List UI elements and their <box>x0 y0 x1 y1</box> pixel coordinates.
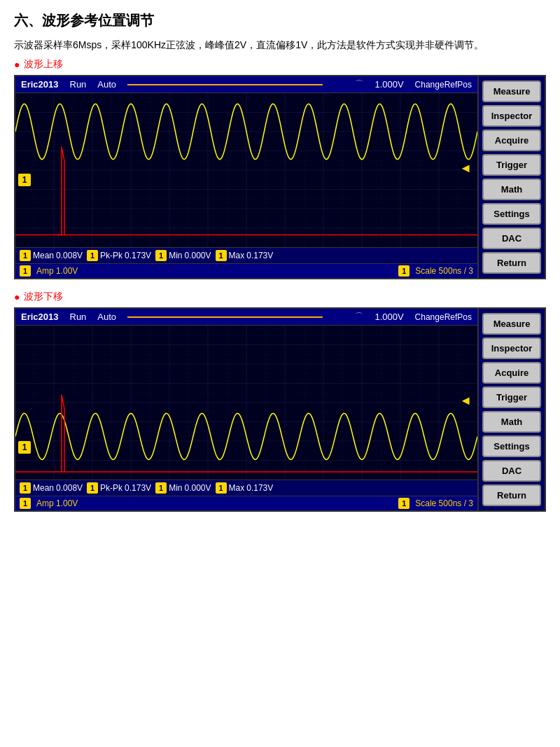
osc1-change-ref: ChangeRefPos <box>415 80 472 90</box>
osc2-channel-marker: 1 <box>18 441 31 454</box>
osc2-btn-inspector[interactable]: Inspector <box>482 337 541 359</box>
osc2-stat-max: 1 Max 0.173V <box>216 482 274 494</box>
oscilloscope-1: Eric2013 Run Auto ⌒ 1.000V ChangeRefPos … <box>14 75 546 279</box>
osc1-left: Eric2013 Run Auto ⌒ 1.000V ChangeRefPos … <box>15 76 477 278</box>
osc1-trigger-bar <box>127 84 323 85</box>
osc1-canvas <box>15 93 477 247</box>
osc1-auto: Auto <box>97 79 116 90</box>
osc2-header: Eric2013 Run Auto ⌒ 1.000V ChangeRefPos <box>15 309 477 326</box>
osc2-stat-min: 1 Min 0.000V <box>155 482 211 494</box>
osc2-arrow-right: ◄ <box>459 393 472 408</box>
osc1-trigger-symbol: ⌒ <box>355 78 363 90</box>
osc2-trigger-symbol: ⌒ <box>355 311 363 323</box>
osc1-stat-min: 1 Min 0.000V <box>155 250 211 261</box>
osc2-btn-math[interactable]: Math <box>482 411 541 433</box>
page-title: 六、波形参考位置调节 <box>14 11 546 30</box>
osc1-header: Eric2013 Run Auto ⌒ 1.000V ChangeRefPos <box>15 76 477 93</box>
oscilloscope-2: Eric2013 Run Auto ⌒ 1.000V ChangeRefPos … <box>14 307 546 512</box>
osc2-stat-pkpk: 1 Pk-Pk 0.173V <box>87 482 151 494</box>
osc2-btn-dac[interactable]: DAC <box>482 460 541 482</box>
osc2-trigger-bar <box>127 316 323 318</box>
osc2-screen: 1 ◄ <box>15 326 477 480</box>
osc1-trigger-arrow <box>127 81 344 89</box>
osc1-stats-bar: 1 Mean 0.008V 1 Pk-Pk 0.173V 1 Min 0.000… <box>15 247 477 263</box>
osc1-btn-settings[interactable]: Settings <box>482 203 541 225</box>
osc2-footer-left: Amp 1.00V <box>36 498 78 508</box>
osc1-run: Run <box>70 79 87 90</box>
osc2-stats-bar: 1 Mean 0.008V 1 Pk-Pk 0.173V 1 Min 0.000… <box>15 480 477 496</box>
osc1-footer: 1 Amp 1.00V 1 Scale 500ns / 3 <box>15 263 477 278</box>
section-label-2: 波形下移 <box>14 291 546 303</box>
osc1-btn-math[interactable]: Math <box>482 179 541 200</box>
osc1-stat-pkpk: 1 Pk-Pk 0.173V <box>87 250 151 261</box>
osc1-stat-mean: 1 Mean 0.008V <box>20 250 83 261</box>
osc2-change-ref: ChangeRefPos <box>415 312 472 322</box>
osc2-btn-trigger[interactable]: Trigger <box>482 386 541 408</box>
osc2-auto: Auto <box>97 312 116 322</box>
osc1-stat-max: 1 Max 0.173V <box>216 250 274 261</box>
osc1-arrow-right: ◄ <box>459 161 472 176</box>
osc2-trigger-arrow <box>127 313 344 321</box>
osc1-btn-trigger[interactable]: Trigger <box>482 154 541 176</box>
osc2-btn-measure[interactable]: Measure <box>482 313 541 335</box>
osc1-btn-acquire[interactable]: Acquire <box>482 130 541 151</box>
osc1-btn-return[interactable]: Return <box>482 252 541 274</box>
osc2-buttons: Measure Inspector Acquire Trigger Math S… <box>477 309 545 510</box>
osc1-btn-inspector[interactable]: Inspector <box>482 105 541 127</box>
osc2-footer: 1 Amp 1.00V 1 Scale 500ns / 3 <box>15 496 477 510</box>
page-description: 示波器采样率6Msps，采样100KHz正弦波，峰峰值2V，直流偏移1V，此方法… <box>14 37 546 53</box>
section-label-1: 波形上移 <box>14 58 546 71</box>
osc2-btn-return[interactable]: Return <box>482 484 541 506</box>
osc1-voltage: 1.000V <box>374 79 403 90</box>
osc2-run: Run <box>70 312 87 322</box>
osc2-canvas <box>15 326 477 480</box>
osc2-btn-acquire[interactable]: Acquire <box>482 362 541 384</box>
osc2-left: Eric2013 Run Auto ⌒ 1.000V ChangeRefPos … <box>15 309 477 510</box>
osc1-footer-right: Scale 500ns / 3 <box>415 266 473 276</box>
osc2-stat-mean: 1 Mean 0.008V <box>20 482 83 494</box>
osc1-footer-left: Amp 1.00V <box>36 266 78 276</box>
osc1-screen: 1 ◄ <box>15 93 477 247</box>
osc1-btn-dac[interactable]: DAC <box>482 228 541 249</box>
osc2-footer-right: Scale 500ns / 3 <box>415 498 473 508</box>
osc1-title: Eric2013 <box>21 79 59 90</box>
osc2-btn-settings[interactable]: Settings <box>482 435 541 457</box>
osc1-buttons: Measure Inspector Acquire Trigger Math S… <box>477 76 545 278</box>
osc1-channel-marker: 1 <box>18 174 31 186</box>
osc2-title: Eric2013 <box>21 312 59 322</box>
osc2-voltage: 1.000V <box>374 312 403 322</box>
osc1-btn-measure[interactable]: Measure <box>482 81 541 102</box>
